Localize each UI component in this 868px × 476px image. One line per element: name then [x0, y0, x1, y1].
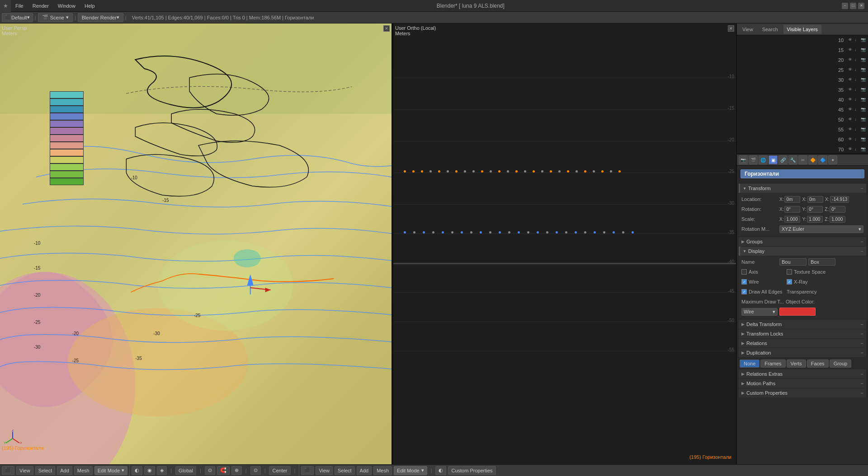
layer-select-icon[interactable]: ↓ — [854, 47, 860, 53]
frames-button[interactable]: Frames — [760, 359, 785, 368]
display-section-header[interactable]: ▼ Display − — [739, 247, 866, 256]
layer-select-icon[interactable]: ↓ — [854, 117, 860, 122]
transform-minus[interactable]: − — [861, 186, 863, 191]
prop-tab-world[interactable]: 🌐 — [759, 155, 768, 164]
layer-select-icon[interactable]: ↓ — [854, 77, 860, 83]
left-mesh-menu[interactable]: Mesh — [74, 466, 93, 475]
none-button[interactable]: None — [740, 359, 760, 368]
layer-select-icon[interactable]: ↓ — [854, 107, 860, 112]
texture-space-checkbox[interactable] — [787, 269, 792, 275]
editor-type-button[interactable]: ⬛ Default ▾ — [2, 13, 33, 22]
right-viewport-corner-button[interactable]: ✕ — [728, 25, 734, 32]
object-color-swatch[interactable] — [779, 308, 816, 316]
viewport-corner-button[interactable]: ✕ — [383, 25, 390, 32]
left-3d-viewport[interactable]: -10 -15 -20 -25 -30 -10 -15 -25 -30 -20 … — [0, 23, 392, 464]
layer-visibility-icon[interactable]: 👁 — [848, 67, 854, 73]
layer-render-icon[interactable]: 📷 — [861, 97, 866, 103]
prop-tab-texture[interactable]: 🔷 — [818, 155, 827, 164]
left-select-menu[interactable]: Select — [35, 466, 56, 475]
left-mode-select[interactable]: Edit Mode ▾ — [94, 466, 128, 475]
left-view-menu[interactable]: View — [16, 466, 33, 475]
global-local[interactable]: Global — [175, 466, 196, 475]
layer-visibility-icon[interactable]: 👁 — [848, 77, 854, 83]
scale-x-value[interactable]: 1.000 — [784, 216, 800, 223]
transform-locks-minus[interactable]: − — [861, 331, 863, 336]
layer-visibility-icon[interactable]: 👁 — [848, 87, 854, 93]
layer-render-icon[interactable]: 📷 — [861, 87, 866, 93]
rotation-x-value[interactable]: 0° — [784, 206, 800, 213]
left-editor-type[interactable]: ⬛ — [2, 466, 14, 475]
layer-render-icon[interactable]: 📷 — [861, 37, 866, 43]
prop-tab-material[interactable]: 🔶 — [808, 155, 817, 164]
layer-select-icon[interactable]: ↓ — [854, 37, 860, 43]
relations-extras-minus[interactable]: − — [861, 371, 863, 377]
snap-type[interactable]: ⊕ — [231, 466, 242, 475]
rotation-z-value[interactable]: 0° — [830, 206, 845, 213]
left-add-menu[interactable]: Add — [57, 466, 72, 475]
location-z-value[interactable]: -14.913 — [830, 196, 849, 203]
right-add-menu[interactable]: Add — [357, 466, 372, 475]
layer-render-icon[interactable]: 📷 — [861, 137, 866, 142]
prop-tab-scene[interactable]: 🎬 — [749, 155, 758, 164]
minimize-button[interactable]: − — [842, 3, 848, 9]
right-view-menu[interactable]: View — [316, 466, 333, 475]
tab-view[interactable]: View — [739, 25, 757, 34]
right-editor-type[interactable]: ⬛ — [301, 466, 314, 475]
layer-visibility-icon[interactable]: 👁 — [848, 127, 854, 132]
layer-select-icon[interactable]: ↓ — [854, 147, 860, 152]
prop-tab-object[interactable]: ▣ — [769, 155, 778, 164]
center-type[interactable]: Center — [269, 466, 290, 475]
menu-help[interactable]: Help — [80, 0, 99, 11]
group-button[interactable]: Group — [830, 359, 852, 368]
display-type-value[interactable]: Box — [808, 258, 835, 266]
layer-visibility-icon[interactable]: 👁 — [848, 97, 854, 103]
layer-visibility-icon[interactable]: 👁 — [848, 147, 854, 152]
delta-transform-section-header[interactable]: ▶ Delta Transform − — [739, 320, 866, 329]
draw-type-dropdown[interactable]: Wire ▾ — [741, 308, 778, 316]
right-viewport-shading[interactable]: ◐ — [435, 466, 446, 475]
prop-tab-particles[interactable]: ✦ — [828, 155, 837, 164]
viewport-type-icon[interactable]: ◐ — [132, 466, 142, 475]
prop-tab-render[interactable]: 📷 — [739, 155, 748, 164]
tab-search[interactable]: Search — [759, 25, 782, 34]
groups-section-header[interactable]: ▶ Groups − — [739, 237, 866, 246]
display-name-value[interactable]: Bou — [779, 258, 807, 266]
layer-select-icon[interactable]: ↓ — [854, 137, 860, 142]
layer-select-icon[interactable]: ↓ — [854, 87, 860, 93]
scale-z-value[interactable]: 1.000 — [830, 216, 845, 223]
shading-type[interactable]: ◉ — [144, 466, 155, 475]
rotation-mode-dropdown[interactable]: XYZ Euler ▾ — [779, 225, 863, 233]
prop-tab-data[interactable]: ✂ — [798, 155, 807, 164]
layer-visibility-icon[interactable]: 👁 — [848, 107, 854, 112]
transform-locks-section-header[interactable]: ▶ Transform Locks − — [739, 329, 866, 338]
duplication-section-header[interactable]: ▶ Duplication − — [739, 348, 866, 357]
display-minus[interactable]: − — [861, 249, 863, 254]
render-engine-selector[interactable]: Blender Render ▾ — [78, 13, 123, 22]
location-x-value[interactable]: 0m — [784, 196, 800, 203]
maximize-button[interactable]: □ — [850, 3, 856, 9]
layer-render-icon[interactable]: 📷 — [861, 77, 866, 83]
layer-render-icon[interactable]: 📷 — [861, 57, 866, 63]
layer-render-icon[interactable]: 📷 — [861, 107, 866, 112]
proportional-edit[interactable]: ⊙ — [250, 466, 261, 475]
axis-checkbox[interactable] — [741, 269, 747, 275]
layer-select-icon[interactable]: ↓ — [854, 97, 860, 103]
scale-y-value[interactable]: 1.000 — [807, 216, 823, 223]
layer-render-icon[interactable]: 📷 — [861, 67, 866, 73]
layer-select-icon[interactable]: ↓ — [854, 127, 860, 132]
right-custom-props[interactable]: Custom Properties — [448, 466, 495, 475]
layer-select-icon[interactable]: ↓ — [854, 67, 860, 73]
xray-checkbox[interactable]: ✓ — [787, 279, 792, 285]
layer-render-icon[interactable]: 📷 — [861, 47, 866, 53]
location-y-value[interactable]: 0m — [807, 196, 823, 203]
menu-window[interactable]: Window — [53, 0, 80, 11]
faces-button[interactable]: Faces — [807, 359, 829, 368]
motion-paths-minus[interactable]: − — [861, 381, 863, 386]
rotation-y-value[interactable]: 0° — [807, 206, 823, 213]
tab-visible-layers[interactable]: Visible Layers — [783, 25, 821, 34]
wire-checkbox[interactable]: ✓ — [741, 279, 747, 285]
scene-selector[interactable]: 🎬 Scene ▾ — [38, 13, 73, 22]
relations-section-header[interactable]: ▶ Relations − — [739, 339, 866, 348]
layer-visibility-icon[interactable]: 👁 — [848, 37, 854, 43]
draw-all-edges-checkbox[interactable]: ✓ — [741, 289, 747, 294]
